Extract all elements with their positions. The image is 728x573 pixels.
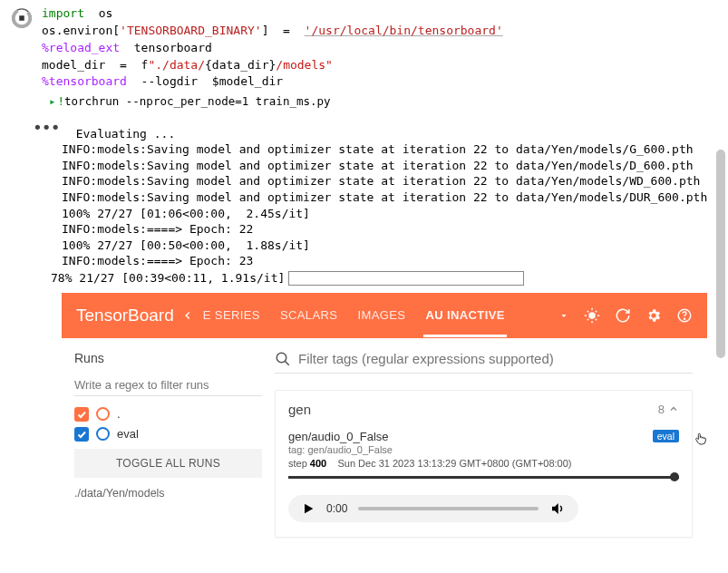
running-cell-line: ▸!torchrun --nproc_per_node=1 train_ms.p… (0, 94, 728, 110)
output-line: INFO:models:====> Epoch: 22 (62, 222, 253, 236)
svg-point-4 (588, 312, 596, 319)
svg-line-16 (285, 361, 289, 365)
audio-step-meta: step 400 Sun Dec 31 2023 13:13:29 GMT+08… (288, 458, 679, 469)
more-icon[interactable]: ••• (33, 117, 60, 139)
output-area: •••Evaluating ... INFO:models:Saving mod… (0, 110, 728, 268)
run-row-eval[interactable]: eval (74, 427, 262, 442)
tensorboard-sidebar: Runs Write a regex to filter runs . eval… (62, 338, 275, 556)
output-line: 100% 27/27 [01:06<00:00, 2.45s/it] (62, 207, 310, 220)
refresh-icon[interactable] (615, 307, 631, 324)
output-line: INFO:models:Saving model and optimizer s… (62, 159, 694, 172)
help-icon[interactable] (676, 307, 693, 324)
audio-seek-track[interactable] (358, 507, 539, 510)
chevron-left-icon[interactable] (181, 309, 194, 322)
code-content[interactable]: import os os.environ['TENSORBOARD_BINARY… (42, 5, 503, 91)
output-line: INFO:models:Saving model and optimizer s… (62, 142, 694, 156)
tensorboard-tabs: E SERIES SCALARS IMAGES AU INACTIVE (201, 294, 558, 337)
stop-execution-icon[interactable] (9, 5, 34, 31)
search-icon (275, 351, 291, 367)
tag-filter[interactable] (275, 347, 693, 374)
tensorboard-title: TensorBoard (76, 306, 174, 325)
step-slider[interactable] (288, 476, 679, 479)
toggle-all-runs-button[interactable]: TOGGLE ALL RUNS (74, 449, 262, 478)
radio-run-eval[interactable] (96, 427, 110, 441)
svg-line-11 (587, 318, 589, 320)
output-line: INFO:models:Saving model and optimizer s… (62, 174, 700, 188)
chevron-up-icon (668, 403, 679, 414)
checkbox-run-dot[interactable] (74, 407, 89, 422)
output-line: INFO:models:====> Epoch: 23 (62, 254, 253, 267)
running-indicator-icon: ▸ (49, 94, 56, 108)
tag-name: gen (288, 402, 311, 417)
svg-line-12 (596, 310, 597, 312)
regex-filter-label[interactable]: Write a regex to filter runs (74, 378, 262, 392)
scrollbar-thumb[interactable] (716, 150, 725, 358)
audio-player[interactable]: 0:00 (288, 495, 578, 522)
tab-scalars[interactable]: SCALARS (278, 294, 340, 337)
run-label: . (117, 407, 121, 421)
svg-point-14 (684, 318, 684, 319)
theme-icon[interactable] (584, 307, 600, 324)
gear-icon[interactable] (645, 307, 662, 324)
tab-time-series[interactable]: E SERIES (201, 294, 262, 337)
checkbox-run-eval[interactable] (74, 427, 89, 442)
code-cell: import os os.environ['TENSORBOARD_BINARY… (0, 0, 728, 94)
progress-line: 78% 21/27 [00:39<00:11, 1.91s/it] (0, 271, 728, 286)
svg-rect-2 (19, 15, 24, 21)
svg-marker-17 (305, 503, 313, 513)
tensorboard-header: TensorBoard E SERIES SCALARS IMAGES AU I… (62, 293, 707, 338)
runs-heading: Runs (74, 351, 262, 365)
logdir-path: ./data/Yen/models (74, 487, 262, 500)
audio-title: gen/audio_0_False (288, 430, 679, 443)
radio-run-dot[interactable] (96, 407, 110, 421)
tag-group-gen: gen 8 eval gen/audio_0_False tag: gen/au… (275, 390, 693, 538)
run-badge-eval: eval (653, 430, 679, 442)
output-line: Evaluating ... (76, 127, 176, 141)
tag-collapse-toggle[interactable]: 8 (658, 403, 679, 416)
cursor-icon (694, 432, 708, 449)
tab-audio[interactable]: AU INACTIVE (423, 294, 506, 337)
tag-filter-input[interactable] (298, 351, 693, 366)
tensorboard-embed: TensorBoard E SERIES SCALARS IMAGES AU I… (62, 293, 707, 556)
tab-images[interactable]: IMAGES (355, 294, 407, 337)
svg-marker-3 (562, 315, 567, 317)
output-line: 100% 27/27 [00:50<00:00, 1.88s/it] (62, 238, 310, 252)
tensorboard-main: gen 8 eval gen/audio_0_False tag: gen/au… (275, 338, 707, 556)
run-label: eval (117, 427, 139, 441)
audio-time: 0:00 (326, 502, 347, 515)
dropdown-caret-icon[interactable] (558, 310, 569, 321)
svg-line-10 (596, 318, 597, 320)
svg-line-9 (587, 310, 589, 312)
volume-icon[interactable] (549, 500, 566, 517)
progress-box (288, 271, 524, 286)
output-line: INFO:models:Saving model and optimizer s… (62, 190, 707, 204)
play-icon[interactable] (301, 501, 315, 516)
run-row-dot[interactable]: . (74, 407, 262, 422)
audio-tag-label: tag: gen/audio_0_False (288, 444, 679, 455)
audio-item: eval gen/audio_0_False tag: gen/audio_0_… (288, 430, 679, 522)
svg-point-15 (277, 353, 286, 363)
